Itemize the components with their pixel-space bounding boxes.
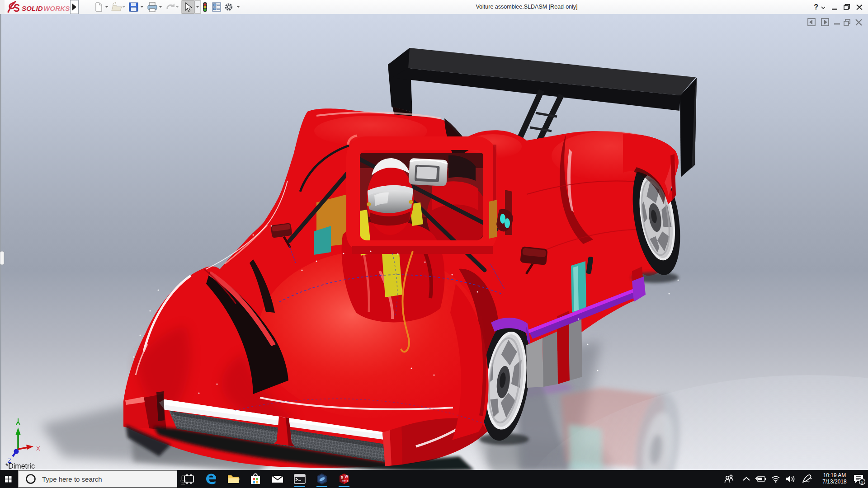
svg-text:WORKS: WORKS	[43, 5, 70, 12]
svg-text:2017: 2017	[342, 480, 349, 483]
svg-text:2: 2	[861, 479, 863, 484]
svg-text:W: W	[345, 474, 349, 479]
svg-text:X: X	[36, 445, 40, 452]
svg-text:*Dimetric: *Dimetric	[5, 462, 35, 470]
svg-text:SOLID: SOLID	[22, 5, 43, 12]
svg-text:S: S	[341, 475, 344, 479]
